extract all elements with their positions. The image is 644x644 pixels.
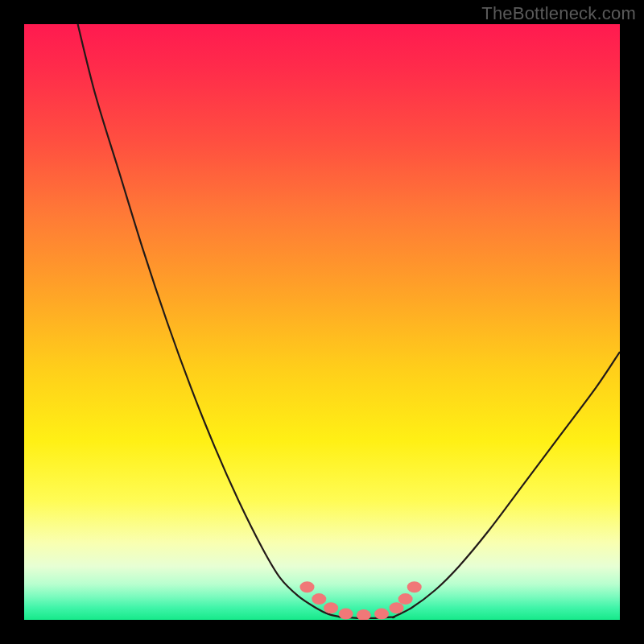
marker-dot [312,593,326,605]
marker-dot [357,609,371,620]
marker-dot [398,593,413,605]
marker-dot [390,602,404,613]
marker-dot [374,609,389,620]
curve-markers [300,581,422,620]
marker-dot [407,581,422,592]
plot-frame [24,24,620,620]
marker-dot [339,609,353,620]
watermark-text: TheBottleneck.com [481,3,636,24]
bottleneck-curve [24,24,620,620]
marker-dot [300,581,315,592]
curve-line [78,24,620,618]
marker-dot [324,602,338,613]
